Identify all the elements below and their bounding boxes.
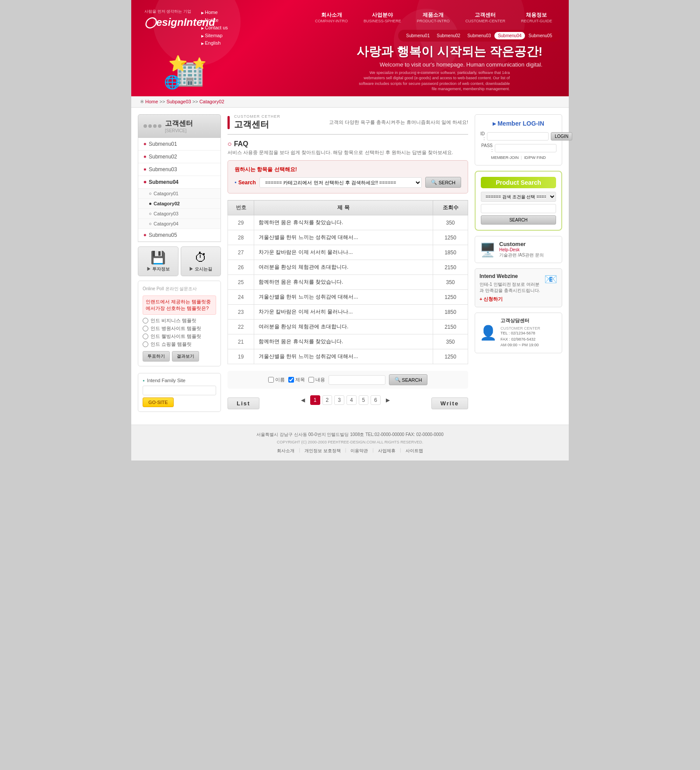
faq-subtitle: 서비스 사용중 문제점을 보다 쉽게 찾아드립니다. 해당 항목으로 선택하신 …	[228, 149, 468, 156]
sidebar-item-submenu02[interactable]: ✱ Submenu02	[138, 151, 220, 163]
footer-privacy-link[interactable]: 개인정보 보호정책	[304, 448, 341, 454]
row-title[interactable]: 여러분을 환상의 체험관에 초대합니다.	[254, 260, 433, 275]
row-title[interactable]: 겨울산별을 한뒤 느끼는 성취감에 대해서...	[254, 290, 433, 305]
footer-sitemap-link[interactable]: 사이트맵	[406, 448, 423, 454]
sub-nav-5[interactable]: Submenu05	[525, 32, 556, 39]
sidebar-item-catagory03[interactable]: Catagory03	[138, 209, 220, 219]
check-title[interactable]	[288, 377, 294, 383]
row-views: 1250	[433, 290, 468, 305]
row-views: 1850	[433, 305, 468, 320]
page-2-button[interactable]: 2	[322, 395, 332, 405]
sub-nav-4[interactable]: Submenu04	[494, 32, 525, 39]
nav-english[interactable]: English	[201, 39, 228, 47]
prev-page-button[interactable]: ◀	[298, 396, 308, 404]
hero-desc: We specialize in producing e-commerce so…	[357, 70, 510, 92]
row-title[interactable]: 함께하면 몸은 휴식처를 찾았습니다.	[254, 275, 433, 290]
sidebar-item-submenu03[interactable]: ✱ Submenu03	[138, 163, 220, 176]
sidebar-item-catagory01[interactable]: Catagory01	[138, 189, 220, 199]
row-num: 25	[228, 275, 254, 290]
sidebar-item-submenu04[interactable]: ✱ Submenu04	[138, 176, 220, 189]
poll-radio-4[interactable]	[143, 341, 148, 347]
sidebar-item-catagory04[interactable]: Catagory04	[138, 219, 220, 229]
search-button[interactable]: 🔍 SERCH	[425, 177, 461, 188]
row-views: 350	[433, 334, 468, 349]
table-row[interactable]: 26 여러분을 환상의 체험관에 초대합니다. 2150	[228, 260, 468, 275]
sub-nav-3[interactable]: Submenu03	[464, 32, 494, 39]
table-row[interactable]: 28 겨울산별을 한뒤 느끼는 성취감에 대해서... 1250	[228, 230, 468, 245]
table-row[interactable]: 27 차가운 칼바람은 이제 서서히 물러나나... 1850	[228, 245, 468, 260]
row-num: 21	[228, 334, 254, 349]
sub-nav-1[interactable]: Submenu01	[402, 32, 433, 39]
nav-product[interactable]: 제품소개 PRODUCT-INTRO	[409, 9, 458, 26]
investment-label: ▶ 투자정보	[142, 266, 175, 272]
bottom-search-input[interactable]	[329, 375, 385, 385]
nav-company[interactable]: 회사소개 COMPANY-INTRO	[307, 9, 356, 26]
left-sidebar: 고객센터 [SERVICE] ✱ Submenu01 ✱ Submenu02 ✱…	[138, 114, 221, 418]
result-button[interactable]: 결과보기	[172, 351, 199, 362]
page-1-button[interactable]: 1	[310, 395, 320, 405]
nav-contact[interactable]: Contact us	[201, 24, 228, 32]
search-box-title: 원하시는 항목을 선택해요!	[234, 166, 461, 173]
table-row[interactable]: 21 함께하면 몸은 휴식처를 찾았습니다. 350	[228, 334, 468, 349]
table-row[interactable]: 23 차가운 칼바람은 이제 서서히 물러나나... 1850	[228, 305, 468, 320]
footer-terms-link[interactable]: 이용약관	[350, 448, 368, 454]
nav-sitemap[interactable]: Sitemap	[201, 32, 228, 40]
table-row[interactable]: 25 함께하면 몸은 휴식처를 찾았습니다. 350	[228, 275, 468, 290]
footer-partnership-link[interactable]: 사업제휴	[378, 448, 396, 454]
poll-radio-3[interactable]	[143, 334, 148, 339]
sidebar-investment-icon[interactable]: 💾 ▶ 투자정보	[138, 246, 178, 276]
page-6-button[interactable]: 6	[371, 395, 381, 405]
login-links: MEMBER-JOIN | ID/PW FIND	[480, 155, 556, 160]
nav-recruit[interactable]: 채용정보 RECRUIT-GUIDE	[513, 9, 560, 26]
row-title[interactable]: 여러분을 환상의 체험관에 초대합니다.	[254, 320, 433, 334]
product-search-select[interactable]: ====== 검색 조건을 선택 ======	[481, 192, 556, 202]
sidebar-item-catagory02[interactable]: Catagory02	[138, 199, 220, 209]
member-join-link[interactable]: MEMBER-JOIN	[491, 155, 519, 160]
page-4-button[interactable]: 4	[346, 395, 357, 405]
check-content[interactable]	[308, 377, 314, 383]
table-row[interactable]: 19 겨울산별을 한뒤 느끼는 성취감에 대해서... 1250	[228, 349, 468, 364]
row-title[interactable]: 함께하면 몸은 휴식처를 찾았습니다.	[254, 334, 433, 349]
nav-notice[interactable]: Notice	[201, 17, 228, 25]
row-title[interactable]: 함께하면 몸은 휴식처를 찾았습니다.	[254, 215, 433, 230]
bottom-search-button[interactable]: 🔍 SEARCH	[389, 374, 428, 385]
next-page-button[interactable]: ▶	[383, 396, 393, 404]
login-pass-input[interactable]	[495, 144, 556, 152]
nav-home[interactable]: Home	[201, 9, 228, 17]
customer-center-tel: TEL : 02/1234-5678	[500, 331, 540, 337]
row-title[interactable]: 차가운 칼바람은 이제 서서히 물러나나...	[254, 245, 433, 260]
customer-center-icon: 👤	[480, 324, 497, 341]
search-select[interactable]: ====== 카테고리에서 먼저 선택하신 후 검색하세요!! ======	[259, 177, 422, 188]
search-label: Search	[234, 179, 256, 186]
login-id-input[interactable]	[487, 132, 549, 141]
webzine-link[interactable]: + 신청하기	[480, 296, 541, 302]
nav-business[interactable]: 사업분야 BUSINESS-SPHERE	[356, 9, 409, 26]
write-button[interactable]: Write	[431, 397, 468, 409]
poll-radio-2[interactable]	[143, 326, 148, 331]
sidebar-directions-icon[interactable]: ⏱ ▶ 오시는길	[181, 246, 221, 276]
poll-radio-1[interactable]	[143, 318, 148, 323]
sidebar-item-submenu01[interactable]: ✱ Submenu01	[138, 138, 220, 151]
page-5-button[interactable]: 5	[359, 395, 369, 405]
check-name[interactable]	[268, 377, 274, 383]
table-row[interactable]: 24 겨울산별을 한뒤 느끼는 성취감에 대해서... 1250	[228, 290, 468, 305]
footer-company-link[interactable]: 회사소개	[277, 448, 294, 454]
page-3-button[interactable]: 3	[334, 395, 344, 405]
sub-nav-2[interactable]: Submenu02	[433, 32, 464, 39]
table-row[interactable]: 22 여러분을 환상의 체험관에 초대합니다. 2150	[228, 320, 468, 334]
product-search-input[interactable]	[481, 204, 556, 213]
row-title[interactable]: 차가운 칼바람은 이제 서서히 물러나나...	[254, 305, 433, 320]
vote-button[interactable]: 투표하기	[143, 351, 170, 362]
go-site-button[interactable]: GO·SITE	[143, 397, 174, 407]
family-site-input[interactable]	[143, 386, 216, 395]
nav-customer[interactable]: 고객센터 CUSTOMER-CENTER	[458, 9, 513, 26]
sidebar-item-submenu05[interactable]: ✱ Submenu05	[138, 229, 220, 242]
table-row[interactable]: 29 함께하면 몸은 휴식처를 찾았습니다. 350	[228, 215, 468, 230]
footer: 서울특별시 강남구 신사동 00-0번지 인텔드빌딩 1008호 TEL:02-…	[131, 425, 569, 461]
product-search-button[interactable]: SEARCH	[481, 215, 556, 225]
row-title[interactable]: 겨울산별을 한뒤 느끼는 성취감에 대해서...	[254, 349, 433, 364]
id-pw-find-link[interactable]: ID/PW FIND	[524, 155, 546, 160]
login-button[interactable]: LOGIN	[551, 132, 572, 141]
row-title[interactable]: 겨울산별을 한뒤 느끼는 성취감에 대해서...	[254, 230, 433, 245]
list-button[interactable]: List	[228, 397, 259, 409]
